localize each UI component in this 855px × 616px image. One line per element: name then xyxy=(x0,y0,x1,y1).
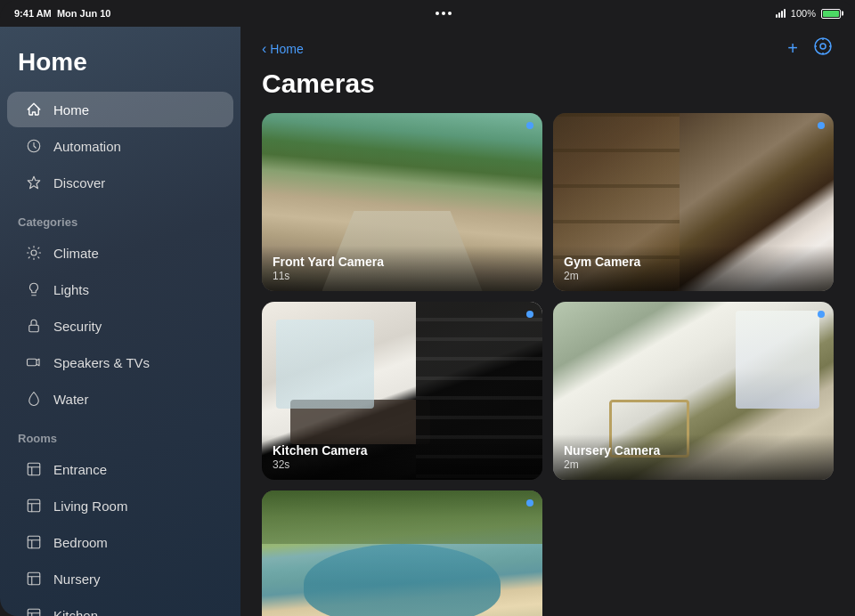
room-svg-2 xyxy=(26,498,42,514)
lights-svg xyxy=(26,281,42,297)
rooms-title: Rooms xyxy=(0,417,240,450)
automation-icon xyxy=(25,137,43,155)
frontyard-live-indicator xyxy=(526,122,533,129)
main-layout: Home Home Automation xyxy=(0,27,855,616)
room-svg-5 xyxy=(26,607,42,616)
sidebar-item-security[interactable]: Security xyxy=(7,308,233,344)
status-time: 9:41 AM Mon Jun 10 xyxy=(14,8,110,19)
svg-rect-6 xyxy=(28,499,40,512)
sidebar-item-kitchen[interactable]: Kitchen xyxy=(7,597,233,616)
svg-point-2 xyxy=(31,250,37,255)
nursery-name: Nursery Camera xyxy=(564,443,823,458)
room-svg-1 xyxy=(26,461,42,477)
battery-percent: 100% xyxy=(791,8,816,19)
sidebar-item-automation[interactable]: Automation xyxy=(7,128,233,164)
gym-overlay: Gym Camera 2m xyxy=(553,246,834,291)
dot3 xyxy=(448,12,452,15)
dot1 xyxy=(436,12,439,15)
back-button[interactable]: ‹ Home xyxy=(262,41,304,57)
star-svg xyxy=(26,174,42,190)
home-label: Home xyxy=(53,102,89,118)
nursery-window xyxy=(736,311,820,409)
page-title: Cameras xyxy=(240,65,855,113)
device-frame: 9:41 AM Mon Jun 10 100% Home xyxy=(0,0,855,616)
water-label: Water xyxy=(53,392,88,407)
home-icon xyxy=(25,101,43,118)
sidebar-item-climate[interactable]: Climate xyxy=(7,235,233,271)
room-svg-4 xyxy=(26,571,42,587)
kitchen-room-icon xyxy=(25,606,43,616)
categories-title: Categories xyxy=(0,201,240,234)
dot2 xyxy=(442,12,445,15)
sidebar-item-speakers[interactable]: Speakers & TVs xyxy=(7,344,233,380)
lights-label: Lights xyxy=(53,282,89,297)
room-svg-3 xyxy=(26,534,42,550)
discover-label: Discover xyxy=(53,175,105,190)
automation-svg xyxy=(26,138,42,154)
pool-live-indicator xyxy=(526,499,533,507)
battery-icon xyxy=(821,9,841,19)
water-icon xyxy=(25,390,43,408)
svg-rect-5 xyxy=(28,463,40,475)
battery-fill xyxy=(823,11,839,17)
climate-icon xyxy=(25,244,43,262)
settings-icon xyxy=(812,36,834,57)
camera-card-frontyard[interactable]: Front Yard Camera 11s xyxy=(262,113,542,291)
svg-rect-7 xyxy=(28,536,40,548)
kitchen-label: Kitchen xyxy=(53,608,98,617)
kitchen-time: 32s xyxy=(273,458,532,471)
svg-marker-1 xyxy=(28,176,40,189)
back-chevron-icon: ‹ xyxy=(262,41,266,57)
content-header: ‹ Home + xyxy=(240,27,855,65)
sidebar-item-entrance[interactable]: Entrance xyxy=(7,451,233,487)
home-svg xyxy=(26,101,42,118)
sidebar-item-home[interactable]: Home xyxy=(7,92,233,127)
add-button[interactable]: + xyxy=(787,38,798,59)
gym-live-indicator xyxy=(818,122,825,129)
sidebar-item-water[interactable]: Water xyxy=(7,381,233,417)
sidebar-item-lights[interactable]: Lights xyxy=(7,272,233,307)
climate-svg xyxy=(26,245,42,261)
lights-icon xyxy=(25,280,43,298)
security-label: Security xyxy=(53,319,102,334)
wifi-icon xyxy=(776,9,786,18)
svg-rect-8 xyxy=(28,572,40,585)
kitchen-name: Kitchen Camera xyxy=(273,443,532,458)
camera-card-kitchen[interactable]: Kitchen Camera 32s xyxy=(262,302,542,480)
kitchen-live-indicator xyxy=(526,311,533,318)
svg-point-10 xyxy=(815,38,831,54)
nursery-overlay: Nursery Camera 2m xyxy=(553,434,834,480)
livingroom-label: Living Room xyxy=(53,498,127,514)
gym-time: 2m xyxy=(564,270,823,282)
kitchen-window xyxy=(276,320,374,409)
sidebar-item-bedroom[interactable]: Bedroom xyxy=(7,524,233,560)
status-bar: 9:41 AM Mon Jun 10 100% xyxy=(0,0,855,27)
entrance-room-icon xyxy=(25,460,43,478)
livingroom-room-icon xyxy=(25,497,43,515)
speakers-svg xyxy=(26,354,42,370)
automation-label: Automation xyxy=(53,139,121,154)
camera-card-gym[interactable]: Gym Camera 2m xyxy=(553,113,834,291)
kitchen-overlay: Kitchen Camera 32s xyxy=(262,434,542,480)
svg-rect-3 xyxy=(29,325,39,332)
camera-card-pool[interactable]: Pool Camera xyxy=(262,490,542,616)
camera-card-nursery[interactable]: Nursery Camera 2m xyxy=(553,302,834,480)
status-right: 100% xyxy=(776,8,841,19)
speakers-label: Speakers & TVs xyxy=(53,355,150,370)
main-content: ‹ Home + Cameras xyxy=(240,27,855,616)
gym-name: Gym Camera xyxy=(564,255,823,269)
climate-label: Climate xyxy=(53,246,99,261)
sidebar-item-nursery[interactable]: Nursery xyxy=(7,561,233,596)
security-svg xyxy=(26,318,42,334)
sidebar-item-discover[interactable]: Discover xyxy=(7,165,233,200)
entrance-label: Entrance xyxy=(53,462,107,477)
bedroom-label: Bedroom xyxy=(53,535,108,550)
nursery-label: Nursery xyxy=(53,571,101,587)
security-icon xyxy=(25,317,43,335)
settings-button[interactable] xyxy=(812,36,834,61)
sidebar-item-livingroom[interactable]: Living Room xyxy=(7,488,233,523)
speakers-icon xyxy=(25,353,43,371)
frontyard-overlay: Front Yard Camera 11s xyxy=(262,246,542,291)
discover-icon xyxy=(25,174,43,191)
header-actions: + xyxy=(787,36,834,61)
